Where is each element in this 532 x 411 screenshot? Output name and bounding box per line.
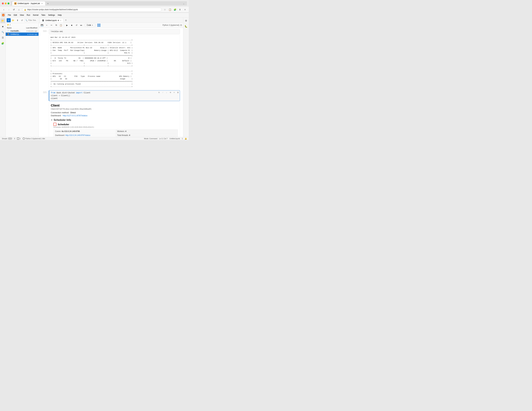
file-time-selected: a minute ago: [27, 33, 37, 35]
add-cell-button[interactable]: +: [45, 23, 49, 27]
simple-mode-toggle[interactable]: Simple: [2, 137, 12, 140]
file-search-input[interactable]: [28, 19, 37, 21]
right-sidebar-settings[interactable]: ⚙: [184, 18, 189, 23]
comm-label: Comm: tls://10.0.24.149:8786: [54, 129, 116, 133]
reload-button[interactable]: ↺: [12, 8, 16, 11]
cut-cell-button[interactable]: ✂: [49, 23, 54, 27]
copy-cell-btn[interactable]: ⧉: [157, 91, 161, 94]
restart-kernel-button[interactable]: ↺: [74, 23, 78, 27]
sidebar-icon-search[interactable]: 🔍: [0, 29, 5, 35]
box-count: 1: [20, 138, 21, 139]
paste-cell-button[interactable]: 📋: [59, 23, 63, 27]
cell-type-dropdown[interactable]: Code ▼: [85, 24, 95, 27]
status-right: Mode: Command Ln 3, Col 7 Untitled.ipynb…: [144, 138, 187, 140]
comm-label-text: Comm:: [55, 130, 61, 132]
sched-dashboard-label: Dashboard:: [55, 134, 65, 136]
grid-layout-button[interactable]: [97, 23, 101, 27]
menu-tabs[interactable]: Tabs: [40, 14, 47, 17]
client-id: Client-63718779-c8ce-11ed-8041-06ac0d6ba…: [51, 108, 178, 110]
menu-edit[interactable]: Edit: [12, 14, 18, 17]
jupyterlab: J File Edit View Run Kernel Tabs Setting…: [0, 13, 189, 140]
nav-actions: ☆ 📋 🧩 ⬇ ≡: [163, 8, 187, 11]
browser-tab[interactable]: 📓 Untitled.ipynb - JupyterLab ✕: [12, 1, 46, 6]
restart-run-all-button[interactable]: ⏭: [79, 23, 83, 27]
menu-run[interactable]: Run: [26, 14, 31, 17]
delete-cell-btn[interactable]: 🗑: [176, 91, 180, 94]
client-title: Client: [51, 104, 178, 107]
notebook-tab[interactable]: 📓 Untitled.ipynb ✕: [40, 18, 63, 22]
svg-point-3: [23, 138, 25, 139]
scheduler-section-label: Scheduler Info: [54, 119, 71, 121]
status-counter: 0: [14, 138, 15, 139]
bell-icon[interactable]: 🔔: [185, 138, 187, 140]
unsaved-dot: [58, 20, 59, 21]
kernel-status-label: Python 3 (ipykernel) | Idle: [26, 138, 45, 139]
add-tab-button[interactable]: +: [64, 18, 68, 22]
new-launcher-button[interactable]: +: [7, 18, 11, 22]
cell-1-input[interactable]: !nvidia-smi: [49, 29, 180, 34]
connection-method-row: Connection method: Direct: [51, 111, 178, 114]
simple-mode-label: Simple: [2, 138, 7, 139]
expand-tabs-button[interactable]: ⌄: [182, 2, 186, 6]
browser-menu-button[interactable]: ≡: [183, 8, 187, 11]
title-bar: 📓 Untitled.ipynb - JupyterLab ✕ + ⌄: [0, 0, 189, 7]
scheduler-section-header[interactable]: ▼ Scheduler Info: [51, 119, 178, 121]
maximize-window-button[interactable]: [8, 2, 10, 4]
reading-list-button[interactable]: 📋: [168, 8, 172, 11]
sidebar-icon-running[interactable]: ■: [0, 24, 5, 29]
tab-close-button[interactable]: ✕: [41, 2, 43, 5]
menu-file[interactable]: File: [7, 14, 12, 17]
sidebar-icon-extensions[interactable]: 🧩: [0, 41, 5, 46]
minimize-window-button[interactable]: [5, 2, 7, 4]
forward-button[interactable]: ›: [7, 8, 11, 11]
status-box-count: 1: [17, 137, 21, 140]
save-button[interactable]: 💾: [40, 23, 44, 27]
workers-value: 4: [125, 130, 126, 132]
upload-button[interactable]: ⬆: [15, 18, 19, 22]
sidebar-icon-files[interactable]: 📁: [0, 18, 5, 23]
tab-favicon: 📓: [14, 2, 17, 5]
right-sidebar-debug[interactable]: 🐛: [184, 24, 189, 29]
run-cell-button[interactable]: ▶: [65, 23, 69, 27]
kernel-status-item[interactable]: Python 3 (ipykernel) | Idle: [23, 137, 45, 140]
file-search-box[interactable]: 🔍: [24, 19, 38, 22]
menu-settings[interactable]: Settings: [47, 14, 56, 17]
cell-2: [2]: from dask.distributed import Client…: [42, 90, 180, 137]
move-up-btn[interactable]: ↑: [161, 91, 164, 94]
cell-1-body: !nvidia-smi Wed Mar 22 16:26:47 2023 +--…: [49, 29, 180, 89]
kernel-circle-icon: [23, 137, 25, 140]
path-label[interactable]: /: [10, 24, 10, 26]
back-button[interactable]: ‹: [2, 8, 6, 11]
menu-help[interactable]: Help: [57, 14, 63, 17]
file-item-selected[interactable]: 📓 Untitled.ip... a minute ago: [6, 33, 38, 36]
simple-toggle-switch[interactable]: [8, 137, 12, 140]
star-button[interactable]: ☆: [163, 8, 167, 11]
jupyter-logo: J: [1, 13, 5, 17]
close-window-button[interactable]: [2, 2, 4, 4]
clear-output-btn[interactable]: ≡: [172, 91, 176, 94]
cell-1-code: !nvidia-smi: [49, 29, 180, 34]
refresh-button[interactable]: ↺: [20, 18, 24, 22]
scheduler-title: Scheduler: [53, 123, 178, 126]
sched-dashboard-link[interactable]: http://10.0.24.149:8787/status: [65, 134, 90, 136]
url-bar[interactable]: 🔒 https://cluster-pvdpu.dask.host/jupyte…: [22, 8, 162, 11]
nav-bar: ‹ › ↺ ⌂ 🔒 https://cluster-pvdpu.dask.hos…: [0, 7, 189, 13]
menu-kernel[interactable]: Kernel: [32, 14, 40, 17]
svg-rect-2: [17, 138, 19, 139]
file-item[interactable]: 📄 mambafbl... 2 minutes ago: [6, 29, 38, 33]
download-button[interactable]: ⬇: [178, 8, 182, 11]
new-folder-button[interactable]: 📁: [11, 18, 15, 22]
home-button[interactable]: ⌂: [17, 8, 21, 11]
new-tab-button[interactable]: +: [46, 2, 50, 6]
cell-2-input[interactable]: from dask.distributed import Client clie…: [49, 90, 180, 101]
notebook-tab-close[interactable]: ✕: [60, 19, 61, 21]
menu-view[interactable]: View: [19, 14, 25, 17]
sidebar-icon-commands[interactable]: ☰: [0, 35, 5, 40]
move-down-btn[interactable]: ↓: [165, 91, 168, 94]
copy-cell-button[interactable]: ⧉: [54, 23, 58, 27]
extension-button[interactable]: 🧩: [173, 8, 177, 11]
add-below-btn[interactable]: ⊕: [169, 91, 172, 94]
tab-bar: 📓 Untitled.ipynb - JupyterLab ✕ + ⌄: [11, 1, 187, 6]
dashboard-link[interactable]: http://127.0.0.1:8787/status: [63, 114, 87, 117]
interrupt-kernel-button[interactable]: ■: [70, 23, 74, 27]
